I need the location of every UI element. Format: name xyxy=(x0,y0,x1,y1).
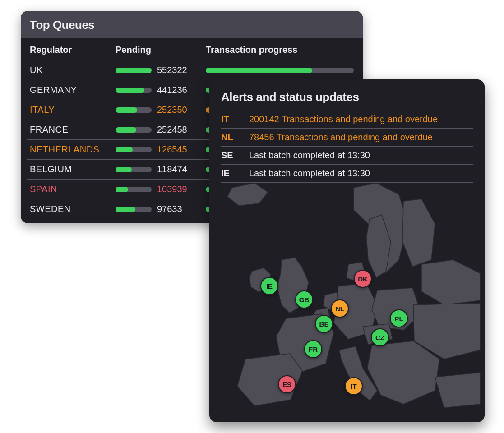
alert-message: 200142 Transactions and pending and over… xyxy=(249,114,473,124)
map-badge-label: FR xyxy=(309,345,318,353)
regulator-name: UK xyxy=(30,65,116,75)
map-badge-cz[interactable]: CZ xyxy=(371,328,389,346)
alert-row[interactable]: SELast batch completed at 13:30 xyxy=(221,147,473,165)
table-row[interactable]: UK552322 xyxy=(27,60,356,80)
map-badge-it[interactable]: IT xyxy=(345,377,363,395)
map-badge-label: NL xyxy=(335,305,344,313)
map-badge-label: IT xyxy=(351,382,356,390)
map-badge-nl[interactable]: NL xyxy=(331,299,349,318)
map-badge-ie[interactable]: IE xyxy=(260,277,278,295)
pending-value: 552322 xyxy=(157,65,187,75)
regulator-name: ITALY xyxy=(30,105,116,115)
pending-cell: 126545 xyxy=(116,144,206,155)
pending-bar xyxy=(116,68,152,73)
pending-value: 252458 xyxy=(157,124,187,135)
map-badge-label: ES xyxy=(282,381,291,388)
pending-cell: 252350 xyxy=(116,105,206,115)
map-badge-label: IE xyxy=(266,282,273,290)
map-badge-pl[interactable]: PL xyxy=(390,309,408,327)
pending-cell: 252458 xyxy=(116,124,206,135)
regulator-name: SWEDEN xyxy=(30,204,116,214)
pending-cell: 118474 xyxy=(116,164,206,175)
pending-value: 118474 xyxy=(157,164,187,175)
alert-row[interactable]: NL78456 Transactions and pending and ove… xyxy=(221,129,473,147)
regulator-name: SPAIN xyxy=(30,184,116,194)
pending-value: 97633 xyxy=(157,204,182,214)
map-badge-es[interactable]: ES xyxy=(278,375,296,393)
pending-value: 441236 xyxy=(157,85,187,95)
pending-bar xyxy=(116,167,152,172)
progress-cell xyxy=(206,68,354,73)
pending-value: 103939 xyxy=(157,184,187,194)
alert-message: 78456 Transactions and pending and overd… xyxy=(249,132,473,143)
progress-bar xyxy=(206,68,354,73)
map-badge-label: DK xyxy=(358,275,368,283)
pending-value: 252350 xyxy=(157,105,187,115)
pending-bar xyxy=(116,107,152,113)
map-badge-gb[interactable]: GB xyxy=(295,290,313,309)
alert-country-code: IT xyxy=(221,114,241,124)
pending-bar xyxy=(116,207,152,212)
map-badge-fr[interactable]: FR xyxy=(304,340,322,358)
alert-row[interactable]: IT200142 Transactions and pending and ov… xyxy=(221,111,473,129)
pending-value: 126545 xyxy=(157,144,187,155)
pending-cell: 97633 xyxy=(116,204,206,214)
regulator-name: BELGIUM xyxy=(30,164,116,175)
pending-cell: 441236 xyxy=(116,85,206,95)
map-badge-label: BE xyxy=(319,320,329,328)
map-badge-label: CZ xyxy=(375,334,384,341)
map-badge-label: PL xyxy=(394,315,403,322)
alert-message: Last batch completed at 13:30 xyxy=(249,150,473,161)
regulator-name: NETHERLANDS xyxy=(30,144,116,155)
regulator-name: GERMANY xyxy=(30,85,116,95)
col-header-pending: Pending xyxy=(116,45,206,55)
col-header-regulator: Regulator xyxy=(30,45,116,55)
regulator-name: FRANCE xyxy=(30,124,116,135)
pending-cell: 552322 xyxy=(116,65,206,75)
pending-bar xyxy=(116,147,152,152)
map-badge-label: GB xyxy=(299,296,310,304)
alert-country-code: NL xyxy=(221,132,241,143)
map-badge-dk[interactable]: DK xyxy=(354,270,372,288)
top-queues-title: Top Queues xyxy=(21,11,363,38)
col-header-progress: Transaction progress xyxy=(206,45,354,55)
pending-bar xyxy=(116,127,152,133)
alerts-card: Alerts and status updates IT200142 Trans… xyxy=(209,79,485,422)
alert-country-code: SE xyxy=(221,150,241,161)
queues-table-header-row: Regulator Pending Transaction progress xyxy=(27,38,356,60)
pending-bar xyxy=(116,187,152,192)
pending-cell: 103939 xyxy=(116,184,206,194)
alerts-title: Alerts and status updates xyxy=(221,90,473,104)
pending-bar xyxy=(116,88,152,93)
map-badge-be[interactable]: BE xyxy=(315,315,333,333)
